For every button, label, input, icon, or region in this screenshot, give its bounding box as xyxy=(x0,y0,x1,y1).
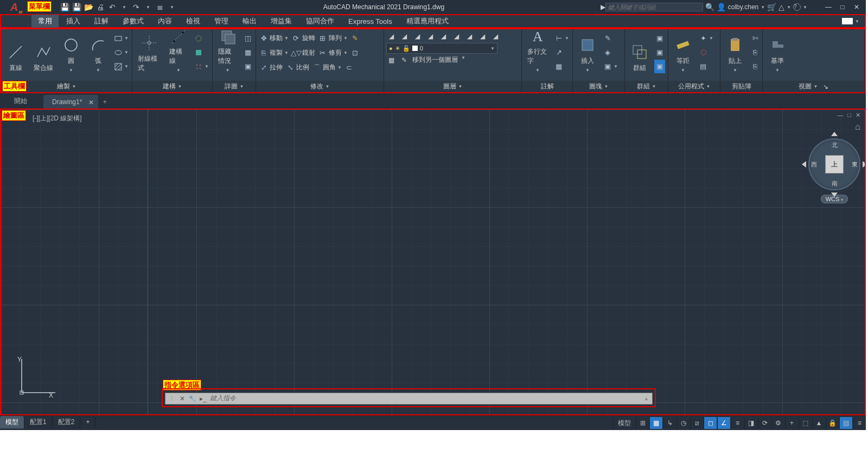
layer-tool-8-icon[interactable]: ◢ xyxy=(477,31,487,41)
construct-icon-3[interactable]: ▼ xyxy=(193,60,210,73)
status-custom-icon[interactable]: ≡ xyxy=(853,417,866,429)
new-tab-button[interactable]: + xyxy=(98,95,111,108)
polyline-button[interactable]: 聚合線 xyxy=(30,31,56,75)
user-name[interactable]: colby.chen xyxy=(728,3,758,11)
status-snap-icon[interactable]: ▦ xyxy=(649,417,662,429)
status-gear-icon[interactable]: ⚙ xyxy=(771,417,784,429)
menu-home[interactable]: 常用 xyxy=(31,15,59,28)
mirror-button[interactable]: △▽鏡射 xyxy=(291,46,316,60)
trim-button[interactable]: ✂修剪▼ xyxy=(317,46,349,60)
ellipse-icon[interactable]: ▼ xyxy=(113,46,130,59)
viewcube-s[interactable]: 南 xyxy=(832,180,838,188)
tab-start[interactable]: 開始 xyxy=(5,93,43,108)
ray-button[interactable]: 射線模式 xyxy=(135,31,164,75)
panel-detail[interactable]: 詳圖▼ xyxy=(213,81,256,92)
panel-modify[interactable]: 修改▼ xyxy=(256,81,384,92)
menu-view[interactable]: 檢視 xyxy=(180,15,207,28)
block-attr-icon[interactable]: ◈ xyxy=(602,46,619,59)
construct-icon-2[interactable] xyxy=(193,46,210,59)
cmd-recent-icon[interactable]: ▸_ xyxy=(200,395,207,402)
search-input[interactable] xyxy=(605,3,703,11)
panel-group[interactable]: 群組▼ xyxy=(625,81,668,92)
menu-featured[interactable]: 精選應用程式 xyxy=(400,15,455,28)
util1-icon[interactable]: ✦▼ xyxy=(698,31,714,45)
layer-tool-7-icon[interactable]: ◢ xyxy=(464,31,474,41)
viewcube-arrow-s[interactable] xyxy=(831,193,838,197)
fillet-button[interactable]: ⌒圓角▼ xyxy=(311,61,343,74)
status-lwt-icon[interactable]: ≡ xyxy=(731,417,744,429)
hatch-icon[interactable]: ▼ xyxy=(113,60,130,73)
cmd-customize-icon[interactable]: 🔧 xyxy=(188,395,196,402)
play-icon[interactable]: ▶ xyxy=(601,3,605,11)
menu-manage[interactable]: 管理 xyxy=(208,15,235,28)
construct-icon-1[interactable] xyxy=(193,31,210,45)
copy-button[interactable]: ⎘複製▼ xyxy=(258,46,290,60)
util3-icon[interactable]: ▤ xyxy=(698,60,714,73)
layout-1[interactable]: 配置1 xyxy=(24,416,53,428)
layer-tool-4-icon[interactable]: ◢ xyxy=(425,31,435,41)
layer-tool-6-icon[interactable]: ◢ xyxy=(451,31,461,41)
cmd-handle-icon[interactable]: ⋮ xyxy=(169,395,175,402)
leader-icon[interactable]: ↗ xyxy=(553,46,570,59)
status-iso-icon[interactable]: ⧄ xyxy=(690,417,703,429)
dim-icon[interactable]: ⊢▼ xyxy=(553,31,570,45)
layer-props-icon[interactable]: ▦ xyxy=(386,55,396,65)
status-osnap-icon[interactable]: ◻ xyxy=(704,417,717,429)
cmd-history-icon[interactable]: ▲ xyxy=(644,396,649,401)
undo-dropdown-icon[interactable]: ▼ xyxy=(118,1,130,13)
menu-addins[interactable]: 增益集 xyxy=(264,15,298,28)
status-otrack-icon[interactable]: ∠ xyxy=(717,417,730,429)
cut-icon[interactable]: ✄ xyxy=(750,31,761,45)
arc-button[interactable]: 弧▼ xyxy=(86,31,111,75)
autodesk-icon[interactable]: △ xyxy=(778,3,784,11)
layout-add[interactable]: + xyxy=(80,416,95,427)
status-anno-icon[interactable]: ▲ xyxy=(812,417,825,429)
viewcube[interactable]: 上 北 南 東 西 xyxy=(808,138,860,190)
move-to-layer-button[interactable]: 移到另一個圖層 xyxy=(412,55,458,65)
status-model[interactable]: 模型 xyxy=(613,417,635,429)
menu-content[interactable]: 內容 xyxy=(151,15,178,28)
close-button[interactable]: ✕ xyxy=(851,3,863,11)
group-button[interactable]: 群組 xyxy=(627,31,652,75)
layer-tool-9-icon[interactable]: ◢ xyxy=(490,31,500,41)
layout-model[interactable]: 模型 xyxy=(0,416,24,428)
user-icon[interactable]: 👤 xyxy=(717,3,726,11)
mtext-button[interactable]: A多行文字▼ xyxy=(524,31,551,75)
panel-view[interactable]: 視圖▼↘ xyxy=(763,81,864,92)
panel-construct[interactable]: 建構▼ xyxy=(132,81,212,92)
status-iso2-icon[interactable]: ▤ xyxy=(839,417,852,429)
saveas-icon[interactable]: 💾 xyxy=(71,1,82,13)
home-view-icon[interactable]: ⌂ xyxy=(855,122,860,131)
viewcube-e[interactable]: 東 xyxy=(852,161,858,169)
status-polar-icon[interactable]: ◷ xyxy=(676,417,690,429)
command-line[interactable]: ⋮ ✕ 🔧 ▸_ 鍵入指令 ▲ xyxy=(165,393,653,405)
array-button[interactable]: ⊞陣列▼ xyxy=(317,31,349,45)
help-dropdown-icon[interactable]: ▼ xyxy=(803,5,807,10)
status-plus-icon[interactable]: + xyxy=(785,417,798,429)
status-cycle-icon[interactable]: ⟳ xyxy=(758,417,771,429)
ungroup-icon[interactable]: ▣ xyxy=(654,31,665,45)
copy-icon[interactable]: ⎘ xyxy=(750,46,761,59)
line-button[interactable]: 直線 xyxy=(3,31,28,75)
group-edit-icon[interactable]: ▣ xyxy=(654,46,665,59)
detail-icon-2[interactable]: ▦ xyxy=(242,46,253,59)
viewcube-w[interactable]: 西 xyxy=(811,161,817,169)
copybase-icon[interactable]: ⎘ xyxy=(750,60,761,73)
paste-button[interactable]: 貼上▼ xyxy=(723,31,748,75)
baseview-button[interactable]: 基準▼ xyxy=(765,31,790,75)
viewcube-top[interactable]: 上 xyxy=(825,155,844,174)
viewport-max-icon[interactable]: □ xyxy=(847,112,851,119)
hide-button[interactable]: 隱藏情況▼ xyxy=(215,31,240,75)
menu-parametric[interactable]: 參數式 xyxy=(116,15,150,28)
tab-drawing1[interactable]: Drawing1* ✕ xyxy=(43,95,98,108)
viewport-close-icon[interactable]: ✕ xyxy=(856,112,860,119)
viewcube-arrow-e[interactable] xyxy=(863,161,866,168)
circle-button[interactable]: 圓▼ xyxy=(59,31,84,75)
redo-icon[interactable]: ↷ xyxy=(130,1,142,13)
scale-button[interactable]: ⤡比例 xyxy=(285,61,310,74)
cmd-close-icon[interactable]: ✕ xyxy=(180,395,185,402)
block-create-icon[interactable]: ▣▼ xyxy=(602,60,619,73)
modify-ext1-icon[interactable]: ✎ xyxy=(350,31,361,45)
viewport-label[interactable]: [-][上][2D 線架構] xyxy=(33,114,82,123)
block-edit-icon[interactable]: ✎ xyxy=(602,31,619,45)
